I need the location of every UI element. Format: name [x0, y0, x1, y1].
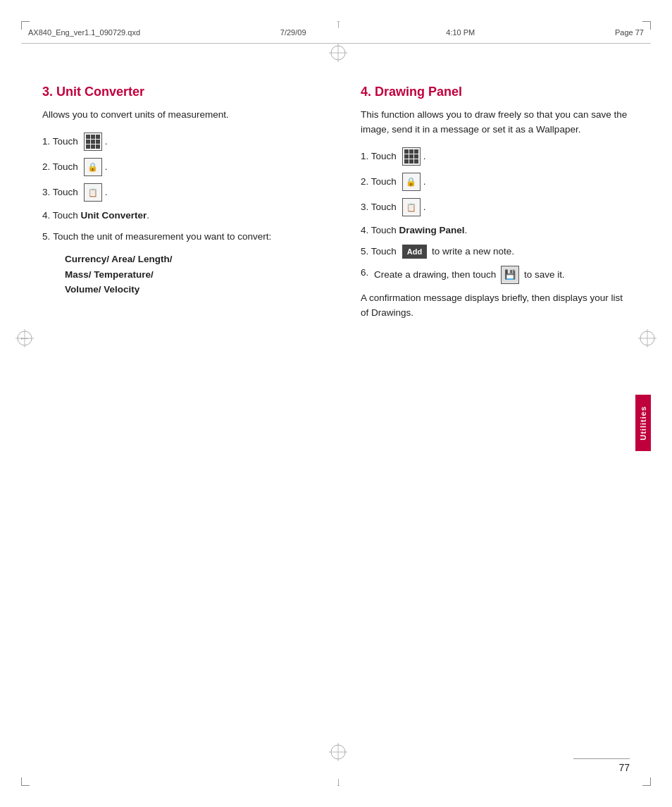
right-step-2-label: 2. Touch	[361, 175, 397, 189]
floppy-disk-icon: 💾	[501, 266, 519, 284]
utilities-side-tab: Utilities	[635, 395, 651, 451]
lock-icon: 🔒	[87, 161, 98, 173]
left-step-4: 4. Touch Unit Converter.	[42, 209, 311, 223]
left-step-4-label: 4. Touch Unit Converter.	[42, 209, 149, 223]
left-step-1: 1. Touch .	[42, 133, 311, 151]
right-step-3: 3. Touch 📋 .	[361, 198, 630, 216]
content-area: 3. Unit Converter Allows you to convert …	[42, 85, 630, 751]
corner-bl-v	[21, 777, 22, 786]
left-step-2-period: .	[105, 160, 108, 174]
header-bar: AX840_Eng_ver1.1_090729.qxd 7/29/09 4:10…	[21, 21, 651, 44]
reg-circle-right	[638, 329, 657, 350]
unit-list: Currency/ Area/ Length/ Mass/ Temperatur…	[65, 252, 311, 297]
add-button-icon: Add	[402, 245, 427, 259]
left-step-3-label: 3. Touch	[42, 185, 78, 199]
right-step-1-label: 1. Touch	[361, 149, 397, 164]
right-column: 4. Drawing Panel This function allows yo…	[354, 85, 630, 751]
left-step-5-num: 5.	[42, 230, 50, 245]
left-step-2: 2. Touch 🔒 .	[42, 158, 311, 176]
confirmation-text: A confirmation message displays briefly,…	[361, 291, 630, 321]
right-step-2: 2. Touch 🔒 .	[361, 173, 630, 191]
right-step-2-lock-icon: 🔒	[402, 173, 421, 191]
left-step-2-lock-icon: 🔒	[84, 158, 102, 176]
left-step-3: 3. Touch 📋 .	[42, 183, 311, 202]
corner-tr-v	[650, 21, 651, 30]
right-step-5-suffix: to write a new note.	[429, 245, 514, 259]
left-column: 3. Unit Converter Allows you to convert …	[42, 85, 325, 751]
right-step-6-text: Create a drawing, then touch 💾 to save i…	[374, 266, 565, 284]
right-step-1: 1. Touch .	[361, 147, 630, 166]
right-intro-text: This function allows you to draw freely …	[361, 108, 630, 137]
right-step-6-num: 6.	[361, 266, 371, 284]
reg-circle-top	[329, 44, 347, 64]
reg-circle-left	[15, 329, 34, 350]
left-step-1-label: 1. Touch	[42, 135, 78, 149]
left-step-1-period: .	[105, 135, 108, 149]
utilities-label: Utilities	[639, 406, 647, 441]
corner-br-v	[650, 777, 651, 786]
crop-mark-top-h	[337, 21, 340, 22]
left-step-5-text: Touch the unit of measurement you want t…	[53, 230, 271, 245]
right-step-1-grid-icon	[402, 147, 421, 166]
page-number: 77	[618, 762, 630, 773]
right-step-3-period: .	[423, 200, 426, 214]
grid-icon-2	[404, 149, 419, 164]
left-step-2-label: 2. Touch	[42, 160, 78, 174]
right-step-5: 5. Touch Add to write a new note.	[361, 245, 630, 259]
corner-tl-h	[21, 21, 30, 22]
right-step-5-label: 5. Touch	[361, 245, 397, 259]
left-step-1-grid-icon	[84, 133, 102, 151]
left-intro-text: Allows you to convert units of measureme…	[42, 108, 311, 123]
doc-icon-2: 📋	[406, 202, 416, 214]
right-section-title: 4. Drawing Panel	[361, 85, 630, 99]
right-step-6: 6. Create a drawing, then touch 💾 to sav…	[361, 266, 630, 284]
right-step-3-label: 3. Touch	[361, 200, 397, 214]
header-filename: AX840_Eng_ver1.1_090729.qxd	[28, 28, 140, 37]
right-step-2-period: .	[423, 175, 426, 189]
doc-icon: 📋	[88, 187, 98, 199]
right-step-1-period: .	[423, 149, 426, 164]
grid-icon	[85, 134, 101, 149]
header-date: 7/29/09	[280, 28, 306, 37]
left-section-title: 3. Unit Converter	[42, 85, 311, 99]
right-step-3-doc-icon: 📋	[402, 198, 421, 216]
corner-tl-v	[21, 21, 22, 30]
right-step-4-bold: Drawing Panel	[399, 225, 465, 235]
left-step-3-doc-icon: 📋	[84, 183, 102, 202]
crop-mark-top	[338, 21, 339, 28]
right-step-4-label: 4. Touch Drawing Panel.	[361, 223, 467, 238]
header-page: Page 77	[615, 28, 644, 37]
lock-icon-2: 🔒	[406, 175, 416, 188]
bottom-rule	[573, 758, 630, 759]
left-step-5: 5. Touch the unit of measurement you wan…	[42, 230, 311, 245]
left-step-4-bold: Unit Converter	[81, 210, 147, 221]
corner-bl-h	[21, 785, 30, 786]
right-step-4: 4. Touch Drawing Panel.	[361, 223, 630, 238]
left-step-3-period: .	[105, 185, 108, 199]
crop-mark-bottom-h	[337, 785, 340, 786]
header-time: 4:10 PM	[446, 28, 475, 37]
